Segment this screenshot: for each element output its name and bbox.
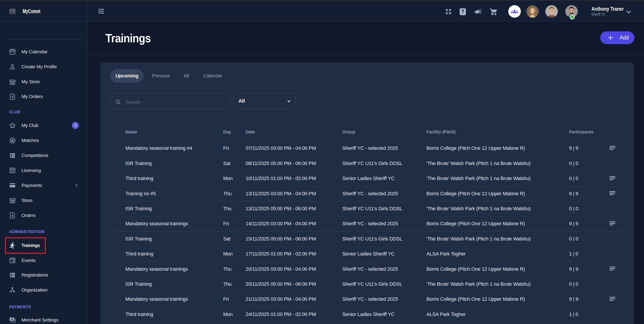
svg-text:$: $	[12, 95, 13, 99]
svg-text:$: $	[12, 214, 13, 217]
